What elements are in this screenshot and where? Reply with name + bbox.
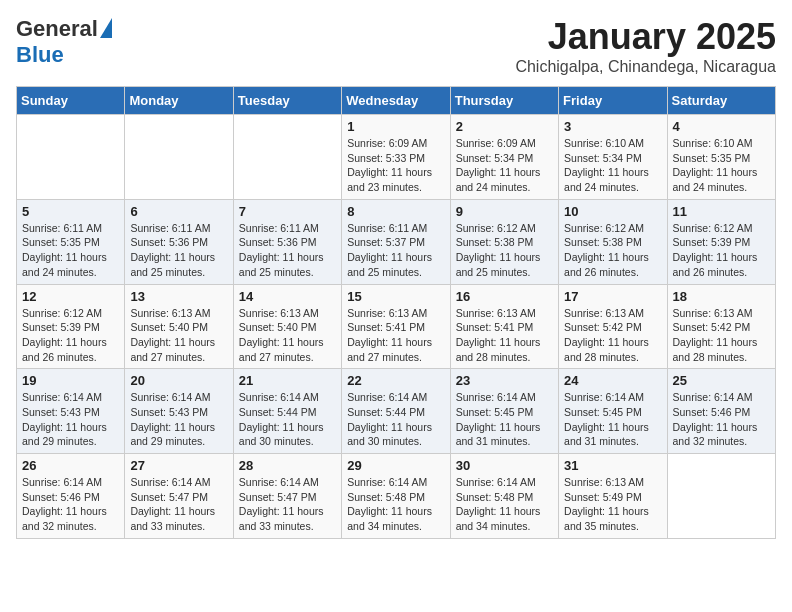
day-number: 10 — [564, 204, 661, 219]
week-row-1: 1Sunrise: 6:09 AM Sunset: 5:33 PM Daylig… — [17, 115, 776, 200]
day-number: 18 — [673, 289, 770, 304]
day-number: 22 — [347, 373, 444, 388]
day-info: Sunrise: 6:11 AM Sunset: 5:36 PM Dayligh… — [130, 221, 227, 280]
calendar-title: January 2025 — [515, 16, 776, 58]
calendar-cell: 26Sunrise: 6:14 AM Sunset: 5:46 PM Dayli… — [17, 454, 125, 539]
week-row-5: 26Sunrise: 6:14 AM Sunset: 5:46 PM Dayli… — [17, 454, 776, 539]
calendar-cell: 2Sunrise: 6:09 AM Sunset: 5:34 PM Daylig… — [450, 115, 558, 200]
calendar-cell — [125, 115, 233, 200]
calendar-table: SundayMondayTuesdayWednesdayThursdayFrid… — [16, 86, 776, 539]
day-number: 24 — [564, 373, 661, 388]
day-number: 29 — [347, 458, 444, 473]
day-header-friday: Friday — [559, 87, 667, 115]
day-number: 31 — [564, 458, 661, 473]
day-number: 12 — [22, 289, 119, 304]
week-row-3: 12Sunrise: 6:12 AM Sunset: 5:39 PM Dayli… — [17, 284, 776, 369]
title-block: January 2025 Chichigalpa, Chinandega, Ni… — [515, 16, 776, 76]
day-info: Sunrise: 6:11 AM Sunset: 5:36 PM Dayligh… — [239, 221, 336, 280]
day-number: 26 — [22, 458, 119, 473]
day-number: 30 — [456, 458, 553, 473]
day-number: 25 — [673, 373, 770, 388]
day-info: Sunrise: 6:09 AM Sunset: 5:34 PM Dayligh… — [456, 136, 553, 195]
calendar-cell: 28Sunrise: 6:14 AM Sunset: 5:47 PM Dayli… — [233, 454, 341, 539]
calendar-cell: 9Sunrise: 6:12 AM Sunset: 5:38 PM Daylig… — [450, 199, 558, 284]
day-info: Sunrise: 6:14 AM Sunset: 5:44 PM Dayligh… — [347, 390, 444, 449]
day-info: Sunrise: 6:14 AM Sunset: 5:48 PM Dayligh… — [347, 475, 444, 534]
calendar-cell: 22Sunrise: 6:14 AM Sunset: 5:44 PM Dayli… — [342, 369, 450, 454]
day-number: 11 — [673, 204, 770, 219]
day-number: 14 — [239, 289, 336, 304]
calendar-cell: 10Sunrise: 6:12 AM Sunset: 5:38 PM Dayli… — [559, 199, 667, 284]
calendar-cell: 1Sunrise: 6:09 AM Sunset: 5:33 PM Daylig… — [342, 115, 450, 200]
day-number: 6 — [130, 204, 227, 219]
day-info: Sunrise: 6:13 AM Sunset: 5:40 PM Dayligh… — [130, 306, 227, 365]
calendar-cell: 30Sunrise: 6:14 AM Sunset: 5:48 PM Dayli… — [450, 454, 558, 539]
day-number: 5 — [22, 204, 119, 219]
day-info: Sunrise: 6:11 AM Sunset: 5:37 PM Dayligh… — [347, 221, 444, 280]
calendar-cell: 18Sunrise: 6:13 AM Sunset: 5:42 PM Dayli… — [667, 284, 775, 369]
calendar-cell: 16Sunrise: 6:13 AM Sunset: 5:41 PM Dayli… — [450, 284, 558, 369]
day-number: 2 — [456, 119, 553, 134]
day-header-sunday: Sunday — [17, 87, 125, 115]
day-info: Sunrise: 6:13 AM Sunset: 5:42 PM Dayligh… — [673, 306, 770, 365]
page-header: General Blue January 2025 Chichigalpa, C… — [16, 16, 776, 76]
day-info: Sunrise: 6:14 AM Sunset: 5:48 PM Dayligh… — [456, 475, 553, 534]
day-number: 15 — [347, 289, 444, 304]
day-info: Sunrise: 6:14 AM Sunset: 5:43 PM Dayligh… — [22, 390, 119, 449]
day-number: 17 — [564, 289, 661, 304]
calendar-cell: 8Sunrise: 6:11 AM Sunset: 5:37 PM Daylig… — [342, 199, 450, 284]
day-info: Sunrise: 6:11 AM Sunset: 5:35 PM Dayligh… — [22, 221, 119, 280]
day-number: 21 — [239, 373, 336, 388]
day-info: Sunrise: 6:12 AM Sunset: 5:38 PM Dayligh… — [456, 221, 553, 280]
calendar-cell: 21Sunrise: 6:14 AM Sunset: 5:44 PM Dayli… — [233, 369, 341, 454]
day-info: Sunrise: 6:12 AM Sunset: 5:39 PM Dayligh… — [22, 306, 119, 365]
day-number: 20 — [130, 373, 227, 388]
calendar-cell: 4Sunrise: 6:10 AM Sunset: 5:35 PM Daylig… — [667, 115, 775, 200]
day-info: Sunrise: 6:14 AM Sunset: 5:45 PM Dayligh… — [456, 390, 553, 449]
calendar-cell: 11Sunrise: 6:12 AM Sunset: 5:39 PM Dayli… — [667, 199, 775, 284]
logo-blue-text: Blue — [16, 42, 64, 68]
day-info: Sunrise: 6:09 AM Sunset: 5:33 PM Dayligh… — [347, 136, 444, 195]
day-info: Sunrise: 6:13 AM Sunset: 5:49 PM Dayligh… — [564, 475, 661, 534]
calendar-cell: 31Sunrise: 6:13 AM Sunset: 5:49 PM Dayli… — [559, 454, 667, 539]
day-header-thursday: Thursday — [450, 87, 558, 115]
calendar-header-row: SundayMondayTuesdayWednesdayThursdayFrid… — [17, 87, 776, 115]
day-info: Sunrise: 6:12 AM Sunset: 5:39 PM Dayligh… — [673, 221, 770, 280]
calendar-cell: 13Sunrise: 6:13 AM Sunset: 5:40 PM Dayli… — [125, 284, 233, 369]
day-number: 19 — [22, 373, 119, 388]
calendar-cell — [667, 454, 775, 539]
calendar-cell: 23Sunrise: 6:14 AM Sunset: 5:45 PM Dayli… — [450, 369, 558, 454]
day-number: 7 — [239, 204, 336, 219]
calendar-cell: 25Sunrise: 6:14 AM Sunset: 5:46 PM Dayli… — [667, 369, 775, 454]
day-info: Sunrise: 6:14 AM Sunset: 5:45 PM Dayligh… — [564, 390, 661, 449]
day-number: 4 — [673, 119, 770, 134]
calendar-subtitle: Chichigalpa, Chinandega, Nicaragua — [515, 58, 776, 76]
calendar-cell — [17, 115, 125, 200]
day-number: 16 — [456, 289, 553, 304]
calendar-cell: 12Sunrise: 6:12 AM Sunset: 5:39 PM Dayli… — [17, 284, 125, 369]
day-number: 28 — [239, 458, 336, 473]
calendar-cell: 5Sunrise: 6:11 AM Sunset: 5:35 PM Daylig… — [17, 199, 125, 284]
calendar-cell: 29Sunrise: 6:14 AM Sunset: 5:48 PM Dayli… — [342, 454, 450, 539]
day-number: 23 — [456, 373, 553, 388]
day-header-tuesday: Tuesday — [233, 87, 341, 115]
calendar-cell: 19Sunrise: 6:14 AM Sunset: 5:43 PM Dayli… — [17, 369, 125, 454]
day-number: 8 — [347, 204, 444, 219]
day-info: Sunrise: 6:14 AM Sunset: 5:47 PM Dayligh… — [130, 475, 227, 534]
week-row-4: 19Sunrise: 6:14 AM Sunset: 5:43 PM Dayli… — [17, 369, 776, 454]
day-number: 1 — [347, 119, 444, 134]
day-info: Sunrise: 6:12 AM Sunset: 5:38 PM Dayligh… — [564, 221, 661, 280]
calendar-cell: 15Sunrise: 6:13 AM Sunset: 5:41 PM Dayli… — [342, 284, 450, 369]
day-number: 9 — [456, 204, 553, 219]
logo: General Blue — [16, 16, 112, 68]
logo-general-text: General — [16, 16, 98, 42]
day-info: Sunrise: 6:13 AM Sunset: 5:40 PM Dayligh… — [239, 306, 336, 365]
day-number: 3 — [564, 119, 661, 134]
day-info: Sunrise: 6:13 AM Sunset: 5:42 PM Dayligh… — [564, 306, 661, 365]
calendar-cell: 14Sunrise: 6:13 AM Sunset: 5:40 PM Dayli… — [233, 284, 341, 369]
day-header-wednesday: Wednesday — [342, 87, 450, 115]
day-info: Sunrise: 6:14 AM Sunset: 5:46 PM Dayligh… — [673, 390, 770, 449]
calendar-cell — [233, 115, 341, 200]
day-info: Sunrise: 6:14 AM Sunset: 5:44 PM Dayligh… — [239, 390, 336, 449]
day-info: Sunrise: 6:14 AM Sunset: 5:43 PM Dayligh… — [130, 390, 227, 449]
